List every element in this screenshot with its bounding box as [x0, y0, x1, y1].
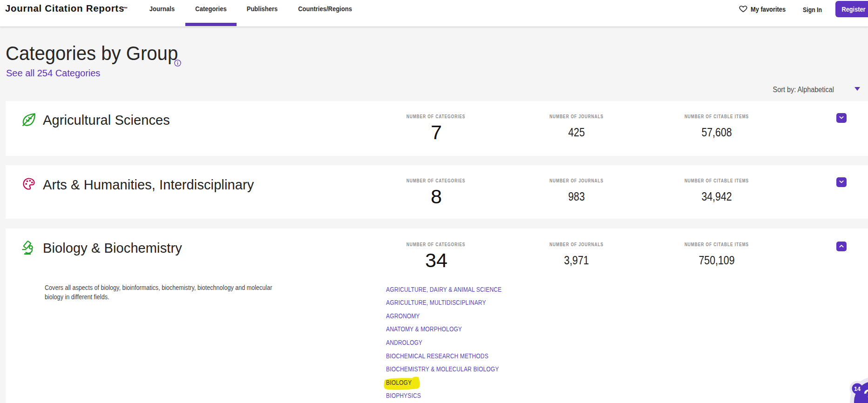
svg-text:14: 14 — [854, 386, 861, 392]
